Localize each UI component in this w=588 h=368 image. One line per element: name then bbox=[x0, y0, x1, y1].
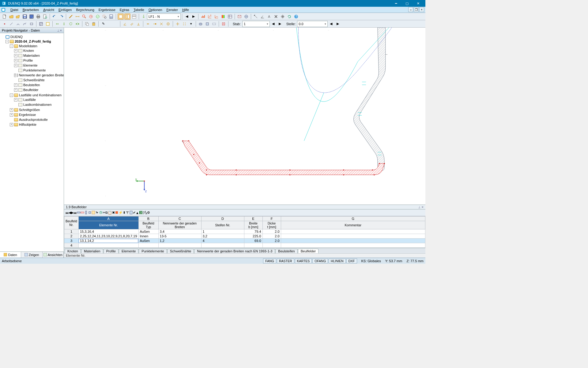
stab-combo[interactable]: 1▾ bbox=[242, 21, 270, 27]
tb-calc-button[interactable] bbox=[129, 211, 133, 215]
tab-materialien[interactable]: Materialien bbox=[81, 249, 103, 253]
view-c-button[interactable] bbox=[131, 13, 137, 20]
results-table-button[interactable] bbox=[227, 13, 233, 20]
tb-row-delete-button[interactable] bbox=[81, 211, 84, 215]
navigator-tree[interactable]: DUENQ −2020-04_Z-Profil_fertig −Modellda… bbox=[0, 33, 64, 251]
minimize-button[interactable]: ━ bbox=[390, 0, 401, 7]
tb-check-button[interactable]: ✔ bbox=[133, 211, 136, 215]
tb-sync-button[interactable] bbox=[99, 211, 103, 215]
rect-button[interactable] bbox=[28, 21, 35, 27]
tb-row-insert-button[interactable] bbox=[77, 211, 81, 215]
results-color-button[interactable] bbox=[220, 13, 226, 20]
tab-punktelemente[interactable]: Punktelemente bbox=[139, 249, 167, 253]
tb-error-button[interactable]: ▲ bbox=[136, 211, 139, 215]
lc-prev-button[interactable]: ◀ bbox=[184, 13, 190, 20]
tb-highlight-button[interactable] bbox=[92, 211, 95, 215]
tab-beulfelder[interactable]: Beulfelder bbox=[298, 249, 319, 253]
flip-v-button[interactable] bbox=[61, 21, 67, 27]
history-button[interactable] bbox=[15, 13, 21, 20]
tool-text-button[interactable]: A bbox=[266, 13, 272, 20]
menu-optionen[interactable]: Optionen bbox=[147, 7, 164, 12]
tab-profile[interactable]: Profile bbox=[104, 249, 119, 253]
copy-special-button[interactable] bbox=[84, 21, 90, 27]
grid-array-button[interactable] bbox=[181, 21, 187, 27]
tb-first-button[interactable]: ⏮ bbox=[65, 211, 69, 215]
layer-b-button[interactable] bbox=[204, 21, 210, 27]
stab-next-button[interactable]: ▶ bbox=[277, 21, 283, 27]
stelle-combo[interactable]: 0.0▾ bbox=[297, 21, 328, 27]
tb-settings-button[interactable]: ⚙ bbox=[147, 211, 150, 215]
tb-last-button[interactable]: ⏭ bbox=[74, 211, 77, 215]
tool-refresh-button[interactable] bbox=[286, 13, 292, 20]
tool-angle-button[interactable] bbox=[259, 13, 266, 20]
model-viewport[interactable]: y z bbox=[64, 28, 425, 205]
data-table[interactable]: BeulfeldNr. A B C D E F G Elemente Nr. B… bbox=[64, 216, 425, 248]
tb-prev-button[interactable]: ◀ bbox=[69, 211, 71, 215]
tab-beulsteifen[interactable]: Beulsteifen bbox=[275, 249, 297, 253]
clipboard-button[interactable] bbox=[91, 21, 97, 27]
tb-col-button[interactable] bbox=[84, 211, 88, 215]
stab-prev-button[interactable]: ◀ bbox=[270, 21, 276, 27]
tool-dim-button[interactable] bbox=[253, 13, 259, 20]
status-fang[interactable]: FANG bbox=[263, 259, 276, 263]
grid-menu-button[interactable]: ▾ bbox=[188, 21, 194, 27]
hatch-a-button[interactable] bbox=[38, 21, 44, 27]
navigator-pin-button[interactable]: ⟂ bbox=[57, 29, 59, 32]
view-a-button[interactable] bbox=[118, 13, 124, 20]
tb-sort-button[interactable]: ⬍ bbox=[123, 211, 126, 215]
menu-ergebnisse[interactable]: Ergebnisse bbox=[97, 7, 117, 12]
tb-next-button[interactable]: ▶ bbox=[71, 211, 74, 215]
hatch-b-button[interactable] bbox=[45, 21, 51, 27]
results-toggle-button[interactable] bbox=[200, 13, 206, 20]
table-row[interactable]: 115,3,16,4Außen3,4179.42.0 bbox=[64, 229, 425, 234]
loadcase-combo[interactable]: LF1 - N▾ bbox=[147, 13, 181, 20]
stelle-prev-button[interactable]: ◀ bbox=[328, 21, 334, 27]
tab-schweissnaehte[interactable]: Schweißnähte bbox=[167, 249, 194, 253]
lc-next-button[interactable]: ▶ bbox=[190, 13, 197, 20]
status-ofang[interactable]: OFANG bbox=[312, 259, 328, 263]
tool-gear-button[interactable] bbox=[280, 13, 286, 20]
snap-int-button[interactable] bbox=[158, 21, 164, 27]
flip-h-button[interactable] bbox=[54, 21, 60, 27]
menu-extras[interactable]: Extras bbox=[118, 7, 131, 12]
snap-end-button[interactable] bbox=[152, 21, 158, 27]
arc-button[interactable] bbox=[15, 21, 21, 27]
results-scale-button[interactable]: 1 bbox=[207, 13, 213, 20]
view-b-button[interactable] bbox=[124, 13, 130, 20]
status-dxf[interactable]: DXF bbox=[346, 259, 357, 263]
status-hlinien[interactable]: HLINIEN bbox=[329, 259, 345, 263]
mirror-button[interactable] bbox=[74, 21, 81, 27]
panel-pin-button[interactable]: ⟂ bbox=[418, 205, 420, 209]
maximize-button[interactable]: ▢ bbox=[401, 0, 413, 7]
tb-excel-button[interactable]: X bbox=[139, 211, 143, 215]
tab-knoten[interactable]: Knoten bbox=[65, 249, 81, 253]
loadcase-icon[interactable] bbox=[141, 13, 147, 20]
close-button[interactable]: ✕ bbox=[413, 0, 424, 7]
tab-nennwerte[interactable]: Nennwerte der geraden Breiten nach EN 19… bbox=[194, 249, 275, 253]
menu-einfuegen[interactable]: Einfügen bbox=[57, 7, 74, 12]
layer-c-button[interactable] bbox=[211, 21, 217, 27]
navigator-close-button[interactable]: × bbox=[60, 29, 62, 32]
mdi-close-button[interactable]: × bbox=[419, 7, 424, 12]
tb-cut-button[interactable]: ✂ bbox=[103, 211, 105, 215]
rotate-button[interactable] bbox=[68, 21, 74, 27]
menu-hilfe[interactable]: Hilfe bbox=[180, 7, 191, 12]
menu-tabelle[interactable]: Tabelle bbox=[132, 7, 146, 12]
status-kartes[interactable]: KARTES bbox=[295, 259, 312, 263]
tb-fill-button[interactable] bbox=[115, 211, 119, 215]
tab-elemente[interactable]: Elemente bbox=[119, 249, 138, 253]
zoom-window-button[interactable] bbox=[101, 13, 107, 20]
nav-tab-daten[interactable]: Daten bbox=[0, 252, 21, 258]
table-row[interactable]: 4 bbox=[64, 243, 425, 248]
polyline-button[interactable] bbox=[22, 21, 28, 27]
tb-filter-button[interactable] bbox=[126, 211, 129, 215]
module-b-button[interactable] bbox=[243, 13, 249, 20]
print-preview-button[interactable] bbox=[42, 13, 48, 20]
tb-copy-button[interactable]: ⧉ bbox=[105, 211, 108, 215]
nav-tab-ansichten[interactable]: Ansichten bbox=[43, 252, 64, 258]
mdi-minimize-button[interactable]: ‒ bbox=[408, 7, 413, 12]
check-button[interactable] bbox=[95, 13, 101, 20]
snap-par-button[interactable] bbox=[129, 21, 135, 27]
find-button[interactable] bbox=[81, 13, 87, 20]
mdi-restore-button[interactable]: ❐ bbox=[414, 7, 419, 12]
